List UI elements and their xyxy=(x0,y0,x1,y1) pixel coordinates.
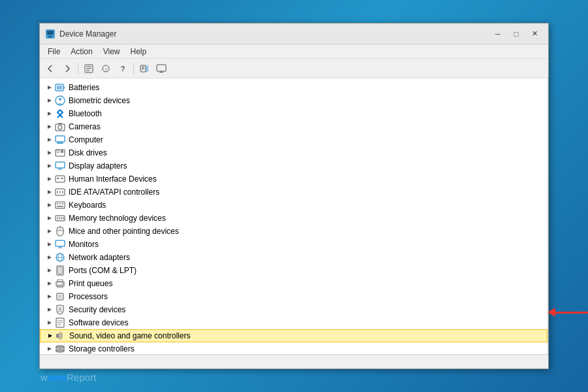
svg-rect-88 xyxy=(58,295,62,299)
properties-button[interactable] xyxy=(81,61,97,76)
expand-arrow[interactable] xyxy=(45,318,54,327)
svg-rect-31 xyxy=(56,136,65,142)
minimize-button[interactable]: ─ xyxy=(489,27,506,41)
display-button[interactable] xyxy=(154,61,169,76)
expand-arrow[interactable] xyxy=(45,279,54,288)
tree-item[interactable]: Storage controllers xyxy=(40,342,547,354)
watermark-prefix: w xyxy=(41,372,48,383)
title-bar: Device Manager ─ □ ✕ xyxy=(40,24,548,44)
tree-item[interactable]: Biometric devices xyxy=(40,94,547,107)
annotation-arrow xyxy=(547,308,588,317)
expand-arrow[interactable] xyxy=(45,305,54,314)
svg-rect-70 xyxy=(56,240,65,246)
item-icon-processor xyxy=(54,291,66,302)
window-controls: ─ □ ✕ xyxy=(489,27,543,41)
tree-item[interactable]: Network adapters xyxy=(40,251,547,264)
svg-rect-21 xyxy=(63,86,65,89)
item-icon-battery xyxy=(54,82,66,93)
expand-arrow[interactable] xyxy=(45,292,54,301)
update-driver-button[interactable]: ! xyxy=(98,61,114,76)
expand-arrow[interactable] xyxy=(45,135,54,144)
item-label: IDE ATA/ATAPI controllers xyxy=(69,188,159,197)
content-area: BatteriesBiometric devicesBluetoothCamer… xyxy=(40,78,548,354)
scan-button[interactable] xyxy=(137,61,152,76)
tree-item[interactable]: Processors xyxy=(40,290,547,303)
menu-file[interactable]: File xyxy=(42,46,65,57)
maximize-button[interactable]: □ xyxy=(508,27,525,41)
svg-rect-53 xyxy=(57,203,58,204)
expand-arrow[interactable] xyxy=(45,83,54,92)
expand-arrow[interactable] xyxy=(45,148,54,157)
expand-arrow[interactable] xyxy=(45,214,54,223)
expand-arrow[interactable] xyxy=(46,331,55,340)
tree-item[interactable]: Display adapters xyxy=(40,159,547,172)
expand-arrow[interactable] xyxy=(45,240,54,249)
svg-rect-11 xyxy=(142,67,144,67)
item-icon-memory xyxy=(54,213,66,223)
tree-item[interactable]: Disk drives xyxy=(40,146,547,159)
expand-arrow[interactable] xyxy=(45,227,54,236)
watermark-suffix: Report xyxy=(67,372,96,383)
item-label: Batteries xyxy=(69,83,99,92)
svg-rect-63 xyxy=(61,217,62,220)
expand-arrow[interactable] xyxy=(45,201,54,210)
expand-arrow[interactable] xyxy=(45,109,54,118)
tree-item[interactable]: Mice and other pointing devices xyxy=(40,225,547,238)
tree-item[interactable]: Memory technology devices xyxy=(40,212,547,225)
expand-arrow[interactable] xyxy=(45,122,54,131)
expand-arrow[interactable] xyxy=(45,96,54,105)
expand-arrow[interactable] xyxy=(45,266,54,275)
menu-view[interactable]: View xyxy=(98,46,125,57)
tree-item[interactable]: Software devices xyxy=(40,316,547,329)
svg-rect-13 xyxy=(142,69,143,70)
tree-item[interactable]: Bluetooth xyxy=(40,107,547,120)
svg-marker-77 xyxy=(48,269,52,272)
expand-arrow[interactable] xyxy=(45,161,54,171)
svg-point-37 xyxy=(57,150,59,153)
svg-marker-38 xyxy=(48,164,52,168)
expand-arrow[interactable] xyxy=(45,344,54,353)
item-label: Cameras xyxy=(69,122,101,131)
tree-item[interactable]: Security devices xyxy=(40,303,547,316)
item-label: Storage controllers xyxy=(69,344,135,353)
svg-marker-51 xyxy=(48,203,52,207)
svg-rect-54 xyxy=(59,203,61,204)
svg-rect-3 xyxy=(48,35,53,35)
tree-item[interactable]: Batteries xyxy=(40,81,547,94)
tree-item[interactable]: Computer xyxy=(40,133,547,146)
forward-button[interactable] xyxy=(59,61,75,76)
tree-item[interactable]: Sound, video and game controllers xyxy=(40,329,547,342)
tree-item[interactable]: Monitors xyxy=(40,238,547,251)
tree-item[interactable]: Human Interface Devices xyxy=(40,172,547,186)
svg-marker-30 xyxy=(48,138,52,142)
device-tree[interactable]: BatteriesBiometric devicesBluetoothCamer… xyxy=(40,78,548,354)
svg-rect-15 xyxy=(157,65,166,71)
arrow-head xyxy=(547,308,555,317)
tree-item[interactable]: Cameras xyxy=(40,120,547,133)
tree-item[interactable]: Print queues xyxy=(40,277,547,290)
svg-rect-14 xyxy=(146,65,148,72)
menu-help[interactable]: Help xyxy=(125,46,152,57)
svg-rect-2 xyxy=(48,36,52,37)
item-label: Mice and other pointing devices xyxy=(69,227,179,236)
svg-marker-34 xyxy=(48,151,52,155)
item-icon-camera xyxy=(54,122,66,132)
item-label: Bluetooth xyxy=(69,109,102,118)
svg-rect-20 xyxy=(57,86,62,90)
back-button[interactable] xyxy=(42,61,58,76)
item-label: Processors xyxy=(69,292,108,301)
item-label: Biometric devices xyxy=(69,96,130,105)
item-icon-hid xyxy=(54,174,66,184)
item-label: Keyboards xyxy=(69,201,106,210)
close-button[interactable]: ✕ xyxy=(526,27,543,41)
tree-item[interactable]: IDE ATA/ATAPI controllers xyxy=(40,186,547,199)
expand-arrow[interactable] xyxy=(45,174,54,184)
svg-marker-86 xyxy=(48,295,52,299)
menu-action[interactable]: Action xyxy=(65,46,97,57)
help-button[interactable]: ? xyxy=(115,61,131,76)
tree-item[interactable]: Ports (COM & LPT) xyxy=(40,264,547,277)
tree-item[interactable]: Keyboards xyxy=(40,199,547,212)
toolbar: ! ? xyxy=(40,59,548,78)
expand-arrow[interactable] xyxy=(45,188,54,197)
expand-arrow[interactable] xyxy=(45,253,54,262)
